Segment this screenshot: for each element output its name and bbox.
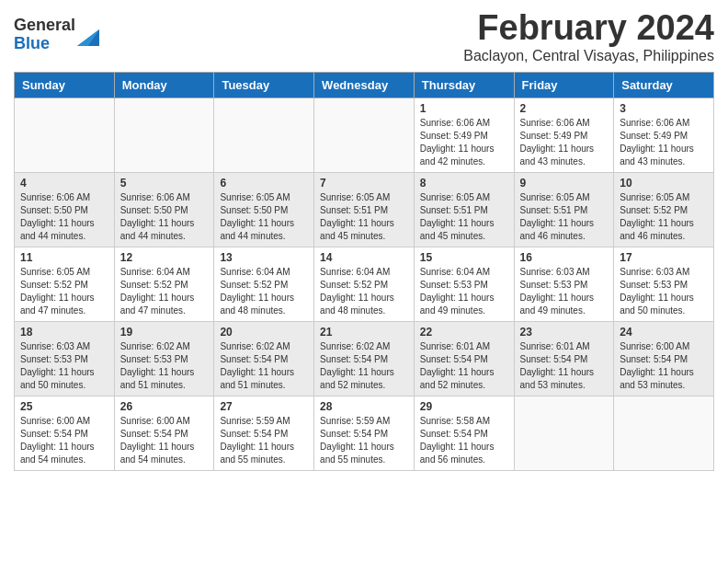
day-info: Sunrise: 5:59 AM Sunset: 5:54 PM Dayligh… (220, 415, 308, 466)
day-cell: 1Sunrise: 6:06 AM Sunset: 5:49 PM Daylig… (414, 98, 514, 172)
day-cell (614, 396, 714, 470)
day-info: Sunrise: 6:06 AM Sunset: 5:50 PM Dayligh… (120, 191, 209, 243)
day-cell: 25Sunrise: 6:00 AM Sunset: 5:54 PM Dayli… (15, 396, 115, 470)
day-info: Sunrise: 6:01 AM Sunset: 5:54 PM Dayligh… (420, 340, 508, 392)
day-cell: 10Sunrise: 6:05 AM Sunset: 5:52 PM Dayli… (614, 172, 714, 247)
day-number: 20 (220, 326, 308, 339)
header-monday: Monday (114, 72, 214, 98)
day-number: 19 (120, 326, 209, 339)
day-number: 29 (420, 400, 508, 413)
day-cell: 12Sunrise: 6:04 AM Sunset: 5:52 PM Dayli… (114, 247, 214, 321)
day-cell: 3Sunrise: 6:06 AM Sunset: 5:49 PM Daylig… (614, 98, 714, 172)
day-cell: 4Sunrise: 6:06 AM Sunset: 5:50 PM Daylig… (15, 172, 115, 247)
day-info: Sunrise: 5:59 AM Sunset: 5:54 PM Dayligh… (320, 415, 408, 466)
header-sunday: Sunday (15, 72, 115, 98)
day-number: 6 (220, 177, 308, 190)
day-cell: 8Sunrise: 6:05 AM Sunset: 5:51 PM Daylig… (414, 172, 514, 247)
day-number: 18 (20, 326, 108, 339)
day-cell: 26Sunrise: 6:00 AM Sunset: 5:54 PM Dayli… (114, 396, 214, 470)
day-number: 4 (20, 177, 108, 190)
day-number: 28 (320, 400, 408, 413)
day-info: Sunrise: 6:00 AM Sunset: 5:54 PM Dayligh… (120, 415, 209, 466)
month-title: February 2024 (463, 9, 714, 48)
day-number: 26 (120, 400, 209, 413)
day-cell: 14Sunrise: 6:04 AM Sunset: 5:52 PM Dayli… (314, 247, 415, 321)
day-cell: 16Sunrise: 6:03 AM Sunset: 5:53 PM Dayli… (514, 247, 614, 321)
day-cell: 6Sunrise: 6:05 AM Sunset: 5:50 PM Daylig… (214, 172, 314, 247)
day-number: 16 (520, 251, 609, 264)
day-number: 5 (120, 177, 209, 190)
day-cell (514, 396, 614, 470)
day-info: Sunrise: 6:05 AM Sunset: 5:51 PM Dayligh… (420, 191, 508, 243)
day-info: Sunrise: 6:05 AM Sunset: 5:52 PM Dayligh… (620, 191, 708, 243)
day-number: 2 (520, 102, 609, 115)
day-cell: 27Sunrise: 5:59 AM Sunset: 5:54 PM Dayli… (214, 396, 314, 470)
day-info: Sunrise: 6:05 AM Sunset: 5:51 PM Dayligh… (320, 191, 408, 243)
week-row-3: 18Sunrise: 6:03 AM Sunset: 5:53 PM Dayli… (15, 321, 714, 396)
day-info: Sunrise: 6:04 AM Sunset: 5:52 PM Dayligh… (120, 266, 209, 317)
day-number: 14 (320, 251, 408, 264)
day-info: Sunrise: 6:03 AM Sunset: 5:53 PM Dayligh… (520, 266, 609, 317)
header-saturday: Saturday (614, 72, 714, 98)
day-number: 23 (520, 326, 609, 339)
day-info: Sunrise: 6:03 AM Sunset: 5:53 PM Dayligh… (20, 340, 108, 392)
day-info: Sunrise: 6:01 AM Sunset: 5:54 PM Dayligh… (520, 340, 609, 392)
day-cell (114, 98, 214, 172)
day-info: Sunrise: 6:04 AM Sunset: 5:52 PM Dayligh… (220, 266, 308, 317)
day-number: 9 (520, 177, 609, 190)
day-number: 7 (320, 177, 408, 190)
day-number: 22 (420, 326, 508, 339)
day-info: Sunrise: 6:06 AM Sunset: 5:49 PM Dayligh… (620, 117, 708, 168)
header-wednesday: Wednesday (314, 72, 415, 98)
header-friday: Friday (514, 72, 614, 98)
day-cell: 9Sunrise: 6:05 AM Sunset: 5:51 PM Daylig… (514, 172, 614, 247)
day-cell (15, 98, 115, 172)
day-cell: 17Sunrise: 6:03 AM Sunset: 5:53 PM Dayli… (614, 247, 714, 321)
day-info: Sunrise: 6:05 AM Sunset: 5:52 PM Dayligh… (20, 266, 108, 317)
logo: General Blue (14, 17, 99, 53)
day-cell: 20Sunrise: 6:02 AM Sunset: 5:54 PM Dayli… (214, 321, 314, 396)
title-section: February 2024 Baclayon, Central Visayas,… (463, 9, 714, 64)
day-number: 25 (20, 400, 108, 413)
day-number: 1 (420, 102, 508, 115)
logo-icon (77, 20, 99, 46)
week-row-4: 25Sunrise: 6:00 AM Sunset: 5:54 PM Dayli… (15, 396, 714, 470)
day-info: Sunrise: 6:03 AM Sunset: 5:53 PM Dayligh… (620, 266, 708, 317)
day-cell: 23Sunrise: 6:01 AM Sunset: 5:54 PM Dayli… (514, 321, 614, 396)
header-tuesday: Tuesday (214, 72, 314, 98)
day-info: Sunrise: 6:04 AM Sunset: 5:53 PM Dayligh… (420, 266, 508, 317)
day-cell: 22Sunrise: 6:01 AM Sunset: 5:54 PM Dayli… (414, 321, 514, 396)
day-info: Sunrise: 6:02 AM Sunset: 5:54 PM Dayligh… (220, 340, 308, 392)
day-info: Sunrise: 5:58 AM Sunset: 5:54 PM Dayligh… (420, 415, 508, 466)
day-info: Sunrise: 6:06 AM Sunset: 5:49 PM Dayligh… (420, 117, 508, 168)
week-row-0: 1Sunrise: 6:06 AM Sunset: 5:49 PM Daylig… (15, 98, 714, 172)
day-info: Sunrise: 6:06 AM Sunset: 5:49 PM Dayligh… (520, 117, 609, 168)
day-number: 8 (420, 177, 508, 190)
day-cell: 13Sunrise: 6:04 AM Sunset: 5:52 PM Dayli… (214, 247, 314, 321)
day-number: 10 (620, 177, 708, 190)
day-cell: 29Sunrise: 5:58 AM Sunset: 5:54 PM Dayli… (414, 396, 514, 470)
calendar-table: SundayMondayTuesdayWednesdayThursdayFrid… (14, 72, 714, 471)
header-thursday: Thursday (414, 72, 514, 98)
day-cell: 2Sunrise: 6:06 AM Sunset: 5:49 PM Daylig… (514, 98, 614, 172)
day-cell: 11Sunrise: 6:05 AM Sunset: 5:52 PM Dayli… (15, 247, 115, 321)
day-cell: 7Sunrise: 6:05 AM Sunset: 5:51 PM Daylig… (314, 172, 415, 247)
header-row: SundayMondayTuesdayWednesdayThursdayFrid… (15, 72, 714, 98)
day-cell: 18Sunrise: 6:03 AM Sunset: 5:53 PM Dayli… (15, 321, 115, 396)
day-info: Sunrise: 6:05 AM Sunset: 5:51 PM Dayligh… (520, 191, 609, 243)
day-number: 13 (220, 251, 308, 264)
day-cell (214, 98, 314, 172)
day-number: 3 (620, 102, 708, 115)
day-info: Sunrise: 6:06 AM Sunset: 5:50 PM Dayligh… (20, 191, 108, 243)
day-info: Sunrise: 6:02 AM Sunset: 5:53 PM Dayligh… (120, 340, 209, 392)
day-cell: 28Sunrise: 5:59 AM Sunset: 5:54 PM Dayli… (314, 396, 415, 470)
logo-general-text: General (14, 17, 75, 35)
day-number: 24 (620, 326, 708, 339)
week-row-1: 4Sunrise: 6:06 AM Sunset: 5:50 PM Daylig… (15, 172, 714, 247)
logo-blue-text: Blue (14, 35, 75, 53)
day-info: Sunrise: 6:00 AM Sunset: 5:54 PM Dayligh… (20, 415, 108, 466)
day-cell: 21Sunrise: 6:02 AM Sunset: 5:54 PM Dayli… (314, 321, 415, 396)
day-info: Sunrise: 6:05 AM Sunset: 5:50 PM Dayligh… (220, 191, 308, 243)
location-title: Baclayon, Central Visayas, Philippines (463, 48, 714, 64)
page-header: General Blue February 2024 Baclayon, Cen… (14, 9, 714, 64)
